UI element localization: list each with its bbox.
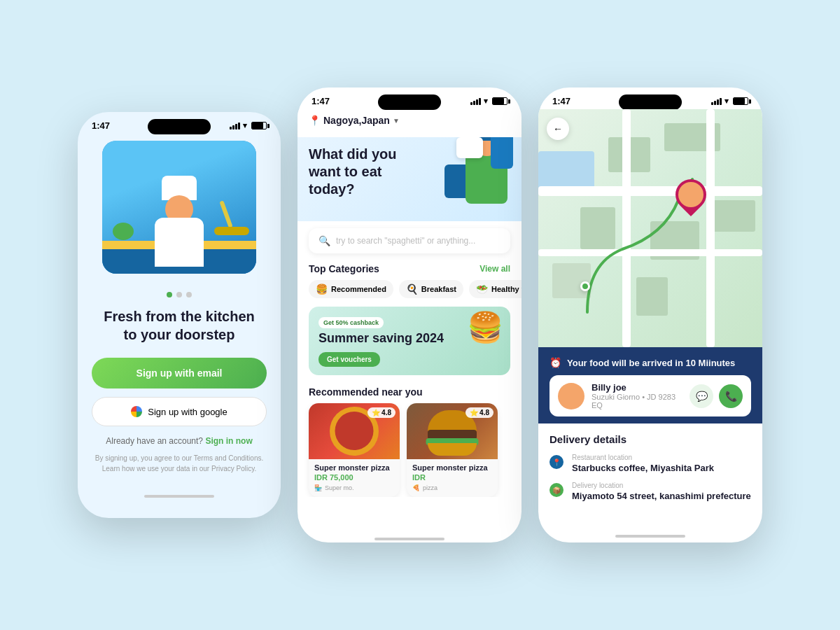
rating-badge-pizza: ⭐ 4.8: [368, 407, 396, 418]
category-recommended-label: Recommended: [331, 285, 386, 293]
store-icon-2: 🍕: [412, 484, 420, 491]
signal-bars-2: [470, 98, 481, 105]
status-bar-1: 1:47 ▾: [78, 112, 281, 134]
food-info-burger: Super monster pizza IDR 🍕 pizza: [407, 459, 498, 497]
dynamic-island-3: [619, 94, 682, 110]
destination-pin: [676, 179, 706, 213]
time-2: 1:47: [312, 96, 330, 106]
battery-3: [733, 97, 748, 105]
food-price-burger: IDR: [412, 473, 492, 482]
healthy-icon: 🥗: [476, 284, 488, 295]
sign-in-link[interactable]: Sign in now: [205, 436, 252, 446]
restaurant-location-icon: 📍: [550, 455, 564, 469]
food-name-burger: Super monster pizza: [412, 463, 492, 472]
delivery-address: Miyamoto 54 street, kanashimi prefecture: [572, 491, 751, 501]
back-button[interactable]: ←: [547, 118, 569, 140]
search-icon: 🔍: [318, 235, 330, 246]
food-vendor-burger: pizza: [423, 484, 438, 491]
promo-illustration: 🍔: [467, 310, 503, 344]
google-logo-icon: [131, 406, 142, 417]
food-image-pizza: ⭐ 4.8: [309, 403, 400, 459]
view-all-link[interactable]: View all: [479, 264, 510, 274]
phone3-content: ← ⏰ Your food will be arrived in 10 Miin…: [538, 109, 762, 532]
driver-actions: 💬 📞: [690, 384, 743, 408]
rating-badge-burger: ⭐ 4.8: [465, 407, 493, 418]
status-bar-2: 1:47 ▾: [298, 88, 522, 109]
category-healthy[interactable]: 🥗 Healthy fo: [469, 280, 522, 298]
arrival-row: ⏰ Your food will be arrived in 10 Miinut…: [550, 357, 751, 368]
call-button[interactable]: 📞: [719, 384, 743, 408]
promo-badge: Get 50% cashback: [318, 317, 384, 328]
dot-1: [167, 292, 172, 298]
driver-avatar: [558, 383, 584, 410]
search-placeholder: try to search "spaghetti" or anything...: [336, 236, 475, 246]
category-healthy-label: Healthy fo: [491, 285, 522, 293]
category-breakfast-label: Breakfast: [421, 285, 456, 293]
phone1-content: Fresh from the kitchen to your doorstep …: [78, 134, 281, 488]
battery-2: [492, 97, 507, 105]
recommended-title: Recommended near you: [298, 384, 522, 403]
origin-pin: [580, 281, 590, 291]
signup-google-button[interactable]: Sign up with google: [92, 397, 267, 426]
driver-info: Billy joe Suzuki Giorno • JD 9283 EQ: [592, 382, 682, 410]
already-account-text: Already have an account? Sign in now: [106, 436, 252, 446]
signal-bars-1: [230, 122, 240, 130]
message-button[interactable]: 💬: [690, 384, 713, 408]
food-image-burger: ⭐ 4.8: [407, 403, 498, 459]
delivery-details: Delivery details 📍 Restaurant location S…: [538, 424, 762, 519]
delivery-location-text: Delivery location Miyamoto 54 street, ka…: [572, 482, 751, 501]
recommended-icon: 🍔: [316, 284, 328, 295]
promo-button[interactable]: Get vouchers: [318, 352, 380, 367]
route-svg: [538, 109, 762, 347]
delivery-guy-illustration: [451, 137, 522, 211]
category-recommended[interactable]: 🍔 Recommended: [309, 280, 393, 298]
home-indicator-1: [144, 495, 214, 498]
categories-row: 🍔 Recommended 🍳 Breakfast 🥗 Healthy fo: [298, 280, 522, 307]
chef-figure: [141, 176, 218, 274]
home-indicator-3: [615, 535, 685, 538]
food-card-burger[interactable]: ⭐ 4.8 Super monster pizza IDR 🍕 pizza: [407, 403, 498, 497]
status-icons-1: ▾: [230, 121, 267, 130]
wifi-icon-2: ▾: [484, 97, 488, 106]
search-bar[interactable]: 🔍 try to search "spaghetti" or anything.…: [309, 228, 510, 253]
wifi-icon-1: ▾: [243, 121, 247, 130]
status-icons-3: ▾: [711, 97, 748, 106]
clock-icon: ⏰: [550, 357, 561, 368]
phone-3: 1:47 ▾: [538, 88, 762, 542]
status-bar-3: 1:47 ▾: [538, 88, 762, 109]
categories-title: Top Categories: [309, 263, 379, 274]
food-meta-pizza: 🏪 Super mo.: [314, 484, 394, 491]
dynamic-island-1: [148, 119, 211, 134]
location-label: Nagoya,Japan: [323, 115, 390, 126]
dot-2: [176, 292, 182, 298]
signal-bars-3: [711, 98, 722, 105]
rating-value-burger: 4.8: [479, 409, 489, 416]
location-row[interactable]: 📍 Nagoya,Japan ▼: [309, 115, 510, 126]
driver-vehicle: Suzuki Giorno • JD 9283 EQ: [592, 393, 682, 410]
food-meta-burger: 🍕 pizza: [412, 484, 492, 491]
chef-illustration: [102, 141, 256, 274]
hero-title-1: Fresh from the kitchen to your doorstep: [104, 307, 255, 344]
dots-indicator: [167, 292, 192, 298]
delivery-label: Delivery location: [572, 482, 751, 489]
store-icon: 🏪: [314, 484, 322, 491]
signup-email-button[interactable]: Sign up with email: [92, 358, 267, 388]
delivery-location-item: 📦 Delivery location Miyamoto 54 street, …: [550, 482, 751, 501]
time-1: 1:47: [92, 120, 110, 131]
phone2-content: 📍 Nagoya,Japan ▼ What did you want to ea…: [298, 109, 522, 532]
food-vendor-pizza: Super mo.: [325, 484, 354, 491]
food-cards-row: ⭐ 4.8 Super monster pizza IDR 75,000 🏪 S…: [298, 403, 522, 497]
category-breakfast[interactable]: 🍳 Breakfast: [399, 280, 463, 298]
phones-container: 1:47 ▾: [50, 59, 790, 570]
wifi-icon-3: ▾: [724, 97, 729, 106]
time-3: 1:47: [552, 96, 570, 106]
status-icons-2: ▾: [470, 97, 507, 106]
battery-1: [251, 122, 267, 130]
dynamic-island-2: [378, 94, 441, 110]
restaurant-address: Starbucks coffee, Miyashita Park: [572, 463, 714, 473]
phone-2: 1:47 ▾ 📍 Nagoya,Japan ▼: [298, 88, 522, 542]
rating-value-pizza: 4.8: [382, 409, 391, 416]
chevron-down-icon: ▼: [393, 117, 400, 125]
food-card-pizza[interactable]: ⭐ 4.8 Super monster pizza IDR 75,000 🏪 S…: [309, 403, 400, 497]
location-pin-icon: 📍: [309, 115, 321, 126]
